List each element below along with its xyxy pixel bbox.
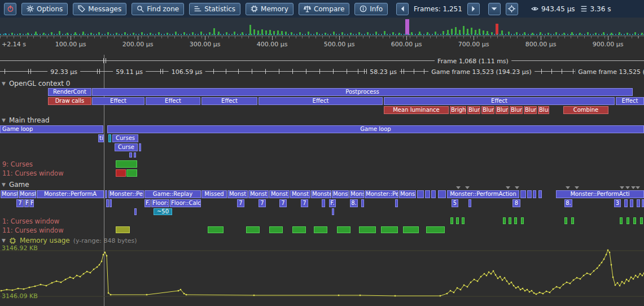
zone[interactable]: 8. [350,199,358,207]
collapsed-zones-marker[interactable] [456,186,461,189]
collapsed-zones-marker[interactable] [566,186,570,189]
histogram-bar[interactable] [82,32,84,35]
options-button[interactable]: Options [21,3,68,15]
zone[interactable] [332,208,334,215]
zone[interactable]: Monster::Pe [365,190,398,198]
zone[interactable]: 8. [564,199,572,207]
histogram-bar[interactable] [467,29,468,35]
frame-label[interactable]: 58.23 µs [367,68,400,75]
histogram-bar[interactable] [571,32,573,35]
histogram-bar[interactable] [471,28,472,35]
histogram-bar[interactable] [451,29,453,35]
statistics-button[interactable]: Statistics [189,3,240,15]
zone[interactable]: F. [329,199,336,207]
zone[interactable] [640,217,643,224]
collapse-arrow-icon[interactable]: ▼ [2,81,6,86]
zone[interactable]: Game::Replay [144,190,201,198]
zone[interactable]: Monster::Pe [108,190,144,198]
histogram-bar[interactable] [563,33,565,35]
histogram-bar[interactable] [501,30,503,35]
zone[interactable]: 7 [279,199,287,207]
histogram-bar[interactable] [213,28,215,35]
zone[interactable] [314,226,327,233]
histogram-bar[interactable] [459,30,461,35]
zone[interactable] [624,199,628,207]
zone[interactable]: Effect [384,97,615,105]
histogram-bar[interactable] [641,33,643,35]
histogram-bar[interactable] [51,32,52,35]
zone[interactable] [337,226,351,233]
zone[interactable]: Effect [146,97,200,105]
zone[interactable]: 7 [259,199,266,207]
histogram-bar[interactable] [291,32,292,35]
zone[interactable] [642,199,644,207]
histogram-bar[interactable] [59,31,60,35]
collapsed-zones-marker[interactable] [620,186,624,189]
zone[interactable]: RenderCont [48,88,91,96]
next-frame-button[interactable] [467,3,480,15]
zone[interactable]: F [29,199,34,207]
zone[interactable] [109,199,112,207]
zone[interactable] [134,208,137,215]
zone[interactable]: Effect [259,97,383,105]
histogram-bar[interactable] [325,33,326,35]
zone[interactable] [431,190,436,198]
histogram-bar[interactable] [209,32,211,35]
zone[interactable]: Monster::PerformAction [447,190,519,198]
zone[interactable] [292,226,306,233]
histogram-bar[interactable] [285,32,287,35]
histogram-bar[interactable] [603,32,604,35]
histogram-bar[interactable] [375,32,377,35]
histogram-bar[interactable] [392,32,394,35]
zone[interactable] [637,199,640,207]
zone[interactable] [116,226,130,233]
collapse-arrow-icon[interactable]: ▼ [2,117,6,123]
histogram-bar[interactable] [192,32,194,35]
zone[interactable] [571,217,574,224]
zone[interactable]: Monst [290,190,310,198]
memory-usage-chart[interactable] [0,249,644,299]
zone[interactable] [426,226,445,233]
histogram-bar[interactable] [634,32,636,35]
zone[interactable]: Monst [248,190,269,198]
prev-frame-button[interactable] [396,3,409,15]
zone[interactable] [520,190,526,198]
zone[interactable] [381,226,398,233]
histogram-bar[interactable] [516,32,518,35]
histogram-bar[interactable] [463,26,465,35]
histogram-bar[interactable] [107,32,109,35]
zone[interactable] [106,199,109,207]
histogram-bar[interactable] [443,31,444,35]
histogram-bar[interactable] [75,32,76,35]
histogram-bar[interactable] [367,32,369,35]
histogram-bar[interactable] [183,32,185,35]
zone[interactable]: Brigh [450,106,466,114]
zone[interactable]: Mons [399,190,416,198]
zone[interactable]: Monste [19,190,36,198]
histogram-bar[interactable] [316,32,318,35]
zone[interactable] [630,199,633,207]
zone[interactable]: 7 [16,199,24,207]
histogram-bar[interactable] [218,32,220,35]
histogram-bar[interactable] [524,32,525,35]
zone[interactable]: Blur [524,106,537,114]
zone[interactable]: Curse [115,143,138,151]
histogram-bar[interactable] [19,33,21,35]
histogram-bar[interactable] [124,32,126,35]
histogram-bar[interactable] [405,19,409,35]
histogram-bar[interactable] [358,32,360,35]
power-button[interactable] [4,3,16,15]
zone[interactable]: Draw calls [48,97,91,105]
memory-button[interactable]: Memory [246,3,293,15]
frame-label[interactable]: Frame 1,068 (1.11 ms) [435,57,511,64]
frame-label[interactable]: 92.33 µs [47,68,80,75]
collapsed-zones-marker[interactable] [506,186,510,189]
zone[interactable]: Game loop [107,125,644,133]
info-button[interactable]: Info [354,3,388,15]
zone[interactable]: 8 [512,199,520,207]
histogram-bar[interactable] [398,33,400,35]
histogram-bar[interactable] [455,27,457,35]
histogram-bar[interactable] [341,32,343,35]
zone[interactable]: Monst [227,190,248,198]
histogram-bar[interactable] [419,32,420,35]
